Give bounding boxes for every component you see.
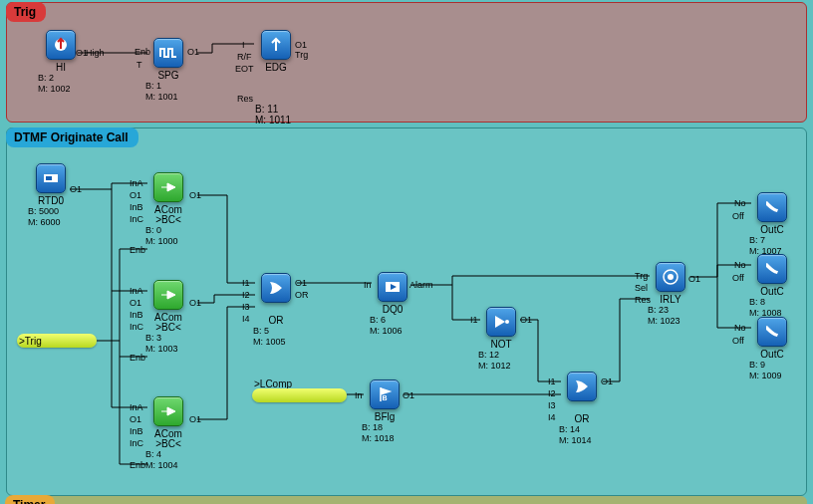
block-bflg[interactable]: B BFlg B: 18 M: 1018 bbox=[366, 379, 404, 444]
block-spg[interactable]: SPG B: 1 M: 1001 bbox=[149, 38, 187, 103]
hi-icon bbox=[46, 30, 76, 60]
or-icon bbox=[261, 273, 291, 303]
section-trig: Trig bbox=[6, 2, 807, 123]
block-outc1[interactable]: OutC B: 7 M: 1007 bbox=[753, 192, 791, 257]
or-icon bbox=[567, 372, 597, 401]
block-or1[interactable]: OR B: 5 M: 1005 bbox=[257, 273, 295, 348]
block-acom1[interactable]: ACom >BC< B: 0 M: 1000 bbox=[149, 172, 187, 247]
block-m: M: 1002 bbox=[38, 84, 80, 95]
block-m: M: 6000 bbox=[28, 217, 70, 228]
spg-icon bbox=[153, 38, 183, 68]
acom-icon bbox=[153, 172, 183, 202]
phone-icon bbox=[757, 317, 787, 347]
acom-icon bbox=[153, 280, 183, 310]
block-b: B: 5000 bbox=[28, 206, 70, 217]
port-i: I bbox=[242, 40, 245, 50]
rtd-icon bbox=[36, 163, 66, 193]
svg-rect-2 bbox=[46, 176, 52, 180]
port-t: T bbox=[136, 60, 142, 70]
block-title: EDG bbox=[257, 62, 295, 73]
port-o1: O1 bbox=[187, 47, 199, 57]
phone-icon bbox=[757, 192, 787, 222]
block-hi[interactable]: HI B: 2 M: 1002 bbox=[42, 30, 80, 95]
edg-meta: B: 11 M: 1011 bbox=[255, 104, 291, 126]
port-eot: EOT bbox=[235, 64, 254, 74]
port-res: Res bbox=[237, 94, 253, 104]
block-m: M: 1001 bbox=[145, 92, 187, 103]
block-or2[interactable]: OR B: 14 M: 1014 bbox=[563, 372, 601, 446]
svg-text:B: B bbox=[382, 394, 387, 401]
phone-icon bbox=[757, 254, 787, 284]
block-dq0[interactable]: DQ0 B: 6 M: 1006 bbox=[374, 272, 411, 337]
port-enb: Enb bbox=[135, 47, 150, 57]
stub-lcomp[interactable] bbox=[252, 388, 347, 402]
block-b: B: 2 bbox=[38, 73, 80, 84]
svg-point-7 bbox=[668, 274, 674, 280]
port-rf: R/F bbox=[237, 52, 252, 62]
port-o1: O1 bbox=[70, 184, 82, 194]
block-outc3[interactable]: OutC B: 9 M: 1009 bbox=[753, 317, 791, 381]
irly-icon bbox=[656, 262, 685, 292]
stub-trig-label: >Trig bbox=[19, 336, 42, 347]
bflg-icon: B bbox=[370, 379, 400, 409]
section-label-trig: Trig bbox=[6, 2, 46, 22]
block-b: B: 1 bbox=[145, 81, 187, 92]
not-icon bbox=[486, 307, 516, 337]
section-timer: Timer bbox=[6, 496, 807, 504]
block-outc2[interactable]: OutC B: 8 M: 1008 bbox=[753, 254, 791, 319]
port-high: High bbox=[86, 48, 105, 58]
svg-point-4 bbox=[505, 320, 509, 324]
block-acom2[interactable]: ACom >BC< B: 3 M: 1003 bbox=[149, 280, 187, 355]
port-trg: Trg bbox=[295, 50, 308, 60]
block-acom3[interactable]: ACom >BC< B: 4 M: 1004 bbox=[149, 396, 187, 471]
port-o1: O1 bbox=[295, 40, 307, 50]
block-edg[interactable]: EDG bbox=[257, 30, 295, 73]
edg-icon bbox=[261, 30, 291, 60]
block-title: SPG bbox=[149, 70, 187, 81]
dq-icon bbox=[378, 272, 407, 302]
section-label-timer: Timer bbox=[5, 495, 55, 504]
block-title: HI bbox=[42, 62, 80, 73]
block-title: RTD0 bbox=[32, 195, 70, 206]
block-rtd0[interactable]: RTD0 B: 5000 M: 6000 bbox=[32, 163, 70, 228]
block-not[interactable]: NOT B: 12 M: 1012 bbox=[482, 307, 520, 372]
block-irly[interactable]: IRLY B: 23 M: 1023 bbox=[652, 262, 689, 327]
section-label-dtmf: DTMF Originate Call bbox=[6, 127, 138, 147]
acom-icon bbox=[153, 396, 183, 426]
